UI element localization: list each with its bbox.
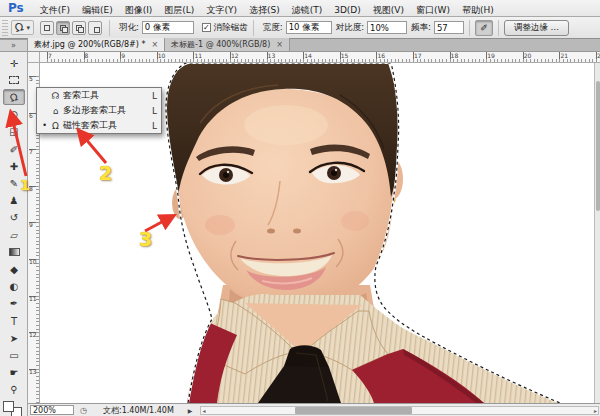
subtract-from-selection-button[interactable] — [72, 21, 86, 35]
crop-icon: ◱ — [9, 126, 18, 137]
new-selection-button[interactable] — [40, 21, 54, 35]
tab-title: 未标题-1 @ 400%(RGB/8) — [171, 39, 270, 50]
blur-tool[interactable]: ◆ — [3, 261, 25, 277]
document-tab-0[interactable]: 素材.jpg @ 200%(RGB/8#) *× — [28, 38, 165, 51]
marquee-tool[interactable] — [3, 72, 25, 88]
ruler-h-label-11: 11 — [194, 53, 202, 59]
menu-item-1[interactable]: 编辑(E) — [76, 5, 119, 15]
blur-icon: ◆ — [10, 264, 18, 275]
eraser-tool[interactable]: ▱ — [3, 227, 25, 243]
step-number-3: 3 — [139, 228, 152, 250]
menu-item-6[interactable]: 滤镜(T) — [286, 5, 329, 15]
scroll-left-icon[interactable]: ◂ — [202, 407, 205, 415]
marquee-icon — [9, 76, 19, 84]
healing-brush-icon: ✚ — [10, 161, 18, 172]
vertical-scrollbar-thumb[interactable] — [596, 81, 600, 211]
refine-edge-button[interactable]: 调整边缘 … — [504, 20, 569, 36]
shape-tool[interactable]: ▭ — [3, 347, 25, 363]
vertical-scrollbar[interactable] — [594, 63, 600, 403]
quick-selection-tool[interactable]: ⊙ — [3, 107, 25, 123]
menu-items: 文件(F)编辑(E)图像(I)图层(L)文字(Y)选择(S)滤镜(T)3D(D)… — [34, 0, 500, 18]
ruler-h-label-12: 12 — [231, 53, 239, 59]
brush-icon: ✎ — [10, 178, 18, 189]
gradient-icon — [9, 248, 20, 256]
horizontal-scrollbar[interactable]: ◂ ▸ — [200, 406, 599, 415]
type-tool[interactable]: T — [3, 313, 25, 329]
lasso-tool[interactable]: Ω — [3, 89, 25, 105]
path-selection-tool[interactable]: ➤ — [3, 330, 25, 346]
menu-item-9[interactable]: 窗口(W) — [410, 5, 456, 15]
history-brush-icon: ↺ — [10, 212, 18, 223]
move-tool[interactable]: ✛ — [3, 55, 25, 71]
menu-item-10[interactable]: 帮助(H) — [456, 5, 500, 15]
options-grip — [2, 20, 8, 36]
lasso-icon: Ω — [9, 91, 19, 104]
history-brush-tool[interactable]: ↺ — [3, 210, 25, 226]
status-bar: 200% ◷ 文档:1.40M/1.40M ▶ ◂ ▸ — [28, 403, 600, 416]
toolbar-collapse-header[interactable]: » — [0, 39, 28, 52]
ruler-h-label-21: 21 — [560, 53, 568, 59]
frequency-input[interactable]: 57 — [434, 21, 464, 34]
ruler-v-label-7: 7 — [29, 149, 33, 155]
intersect-selection-button[interactable] — [88, 21, 102, 35]
divider — [253, 20, 254, 36]
divider — [498, 20, 499, 36]
flyout-item-1[interactable]: ⌂多边形套索工具L — [37, 103, 161, 118]
zoom-level-field[interactable]: 200% — [30, 405, 74, 415]
clone-stamp-tool[interactable]: ♟ — [3, 193, 25, 209]
ruler-h-label-10: 10 — [158, 53, 166, 59]
type-icon: T — [11, 316, 17, 327]
tool-preset-picker[interactable]: Ω ▾ — [11, 20, 34, 35]
eyedropper-tool[interactable]: ✐ — [3, 141, 25, 157]
document-tab-1[interactable]: 未标题-1 @ 400%(RGB/8)× — [165, 38, 290, 51]
ruler-v-label-12: 12 — [29, 332, 37, 338]
width-input[interactable]: 10 像素 — [286, 21, 332, 34]
contrast-input[interactable]: 10% — [367, 21, 407, 34]
ruler-h-label-9: 9 — [121, 53, 125, 59]
hand-tool[interactable]: ☛ — [3, 365, 25, 381]
flyout-item-label: 套索工具 — [63, 89, 147, 102]
dodge-tool[interactable]: ◐ — [3, 279, 25, 295]
horizontal-ruler: 78910111213141516171819202122 — [40, 52, 600, 63]
tab-close-icon[interactable]: × — [151, 40, 158, 49]
flyout-item-0[interactable]: ☊套索工具L — [37, 88, 161, 103]
status-flyout-arrow-icon[interactable]: ▶ — [188, 407, 193, 414]
document-size-info: 文档:1.40M/1.40M — [103, 405, 174, 416]
add-to-selection-button[interactable] — [56, 21, 70, 35]
menu-item-5[interactable]: 选择(S) — [243, 5, 286, 15]
tab-close-icon[interactable]: × — [276, 40, 283, 49]
ruler-corner — [28, 52, 40, 63]
menu-item-8[interactable]: 视图(V) — [367, 5, 410, 15]
menu-item-4[interactable]: 文字(Y) — [200, 5, 243, 15]
foreground-color-swatch[interactable] — [3, 401, 14, 412]
healing-brush-tool[interactable]: ✚ — [3, 158, 25, 174]
selected-marker: • — [41, 121, 48, 130]
horizontal-scrollbar-thumb[interactable] — [295, 407, 412, 414]
menu-item-3[interactable]: 图层(L) — [158, 5, 200, 15]
antialias-checkbox[interactable]: ✓ — [202, 23, 211, 32]
lasso-icon: ☊ — [48, 91, 63, 101]
path-selection-icon: ➤ — [10, 333, 18, 344]
polygonal-lasso-icon: ⌂ — [48, 106, 63, 116]
flyout-item-label: 磁性套索工具 — [63, 119, 147, 132]
scroll-right-icon[interactable]: ▸ — [594, 407, 597, 415]
flyout-item-shortcut: L — [147, 106, 157, 116]
flyout-item-2[interactable]: •Ω磁性套索工具L — [37, 118, 161, 133]
tab-title: 素材.jpg @ 200%(RGB/8#) * — [34, 39, 145, 50]
pen-tool[interactable]: ✒ — [3, 296, 25, 312]
menu-item-2[interactable]: 图像(I) — [119, 5, 159, 15]
options-bar: Ω ▾ 羽化: 0 像素 ✓ 消除锯齿 宽度: 10 像素 对比度: 10% 频… — [0, 17, 600, 39]
zoom-tool[interactable]: ⚲ — [3, 382, 25, 398]
ruler-h-label-18: 18 — [451, 53, 459, 59]
divider — [469, 20, 470, 36]
menu-item-7[interactable]: 3D(D) — [328, 5, 367, 15]
menu-item-0[interactable]: 文件(F) — [34, 5, 76, 15]
ruler-h-label-8: 8 — [85, 53, 89, 59]
flyout-item-shortcut: L — [147, 91, 157, 101]
tablet-pressure-toggle[interactable]: ✐ — [475, 20, 493, 36]
divider — [109, 20, 110, 36]
crop-tool[interactable]: ◱ — [3, 124, 25, 140]
gradient-tool[interactable] — [3, 244, 25, 260]
toolbar: ✛Ω⊙◱✐✚✎♟↺▱◆◐✒T➤▭☛⚲ — [0, 52, 28, 416]
feather-input[interactable]: 0 像素 — [142, 21, 194, 34]
